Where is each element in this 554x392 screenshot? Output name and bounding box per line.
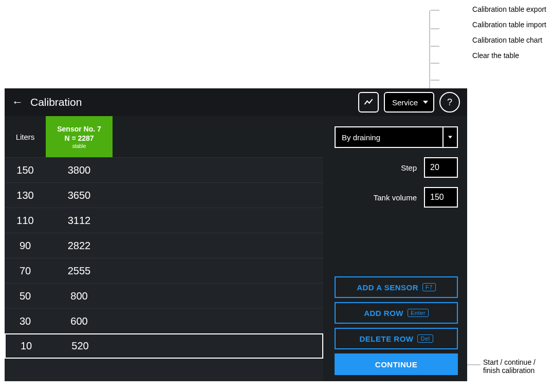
annotation-clear: Clear the table xyxy=(472,51,546,60)
annotation-continue: Start / continue / finish calibration xyxy=(483,358,554,375)
add-sensor-button[interactable]: ADD A SENSOR F7 xyxy=(335,276,458,298)
page-title: Calibration xyxy=(30,96,353,108)
cell-liters: 150 xyxy=(5,158,46,182)
table-row[interactable]: 902822 xyxy=(5,233,323,258)
table-row[interactable]: 10520 xyxy=(5,333,323,359)
add-sensor-label: ADD A SENSOR xyxy=(357,283,418,292)
svg-marker-8 xyxy=(448,136,452,139)
cell-value: 3112 xyxy=(46,208,113,233)
back-arrow-icon[interactable]: ← xyxy=(12,96,23,109)
add-row-label: ADD ROW xyxy=(364,309,403,318)
table-row[interactable]: 702555 xyxy=(5,258,323,283)
add-sensor-key-hint: F7 xyxy=(422,283,436,291)
annotation-chart: Calibration table chart xyxy=(472,36,546,44)
table-header-row: Liters Sensor No. 7 N = 2287 stable xyxy=(5,116,323,157)
delete-row-key-hint: Del xyxy=(417,334,433,343)
chevron-down-icon xyxy=(448,135,452,139)
table-row[interactable]: 1103112 xyxy=(5,208,323,233)
cell-value: 520 xyxy=(47,334,114,358)
delete-row-button[interactable]: DELETE ROW Del xyxy=(335,328,458,349)
table-row[interactable]: 50800 xyxy=(5,283,323,308)
cell-liters: 130 xyxy=(5,183,46,208)
step-label: Step xyxy=(401,163,417,172)
cell-liters: 110 xyxy=(5,208,46,233)
add-row-button[interactable]: ADD ROW Enter xyxy=(335,302,458,324)
table-row[interactable]: 1503800 xyxy=(5,157,323,182)
mode-select-value[interactable]: By draining xyxy=(335,126,442,148)
tank-volume-label: Tank volume xyxy=(374,193,417,202)
chart-icon xyxy=(363,97,374,107)
chevron-down-icon xyxy=(423,100,428,105)
cell-liters: 30 xyxy=(5,309,46,333)
sensor-n-value: N = 2287 xyxy=(64,134,94,142)
titlebar: ← Calibration Service ? xyxy=(5,88,467,116)
calibration-table: Liters Sensor No. 7 N = 2287 stable 1503… xyxy=(5,116,323,381)
cell-value: 3650 xyxy=(46,183,113,208)
cell-liters: 50 xyxy=(5,284,46,308)
annotation-export: Calibration table export xyxy=(472,5,546,13)
cell-liters: 10 xyxy=(6,334,47,358)
settings-panel: By draining Step Tank volume ADD A SENSO… xyxy=(323,116,467,381)
svg-marker-7 xyxy=(423,101,428,104)
continue-label: CONTINUE xyxy=(375,360,417,369)
service-label: Service xyxy=(392,98,418,107)
cell-value: 2822 xyxy=(46,233,113,258)
question-icon: ? xyxy=(447,97,452,108)
mode-select-toggle[interactable] xyxy=(442,126,458,148)
column-header-liters: Liters xyxy=(5,116,46,157)
cell-value: 600 xyxy=(46,309,113,333)
column-header-sensor[interactable]: Sensor No. 7 N = 2287 stable xyxy=(46,116,113,157)
sensor-status: stable xyxy=(72,143,86,149)
cell-liters: 70 xyxy=(5,258,46,283)
annotation-import: Calibration table import xyxy=(472,21,546,29)
step-input[interactable] xyxy=(424,157,458,178)
mode-select[interactable]: By draining xyxy=(335,126,458,148)
cell-liters: 90 xyxy=(5,233,46,258)
cell-value: 2555 xyxy=(46,258,113,283)
cell-value: 800 xyxy=(46,284,113,308)
help-button[interactable]: ? xyxy=(439,92,460,113)
table-row[interactable]: 30600 xyxy=(5,308,323,333)
delete-row-label: DELETE ROW xyxy=(359,334,413,343)
table-row[interactable]: 1303650 xyxy=(5,182,323,208)
add-row-key-hint: Enter xyxy=(408,309,429,317)
tank-volume-input[interactable] xyxy=(424,187,458,208)
sensor-name: Sensor No. 7 xyxy=(57,125,101,133)
continue-button[interactable]: CONTINUE xyxy=(335,353,458,375)
cell-value: 3800 xyxy=(46,158,113,182)
calibration-window: ← Calibration Service ? Liters Sensor No… xyxy=(5,88,467,381)
chart-button[interactable] xyxy=(358,92,379,113)
service-dropdown[interactable]: Service xyxy=(384,92,434,113)
